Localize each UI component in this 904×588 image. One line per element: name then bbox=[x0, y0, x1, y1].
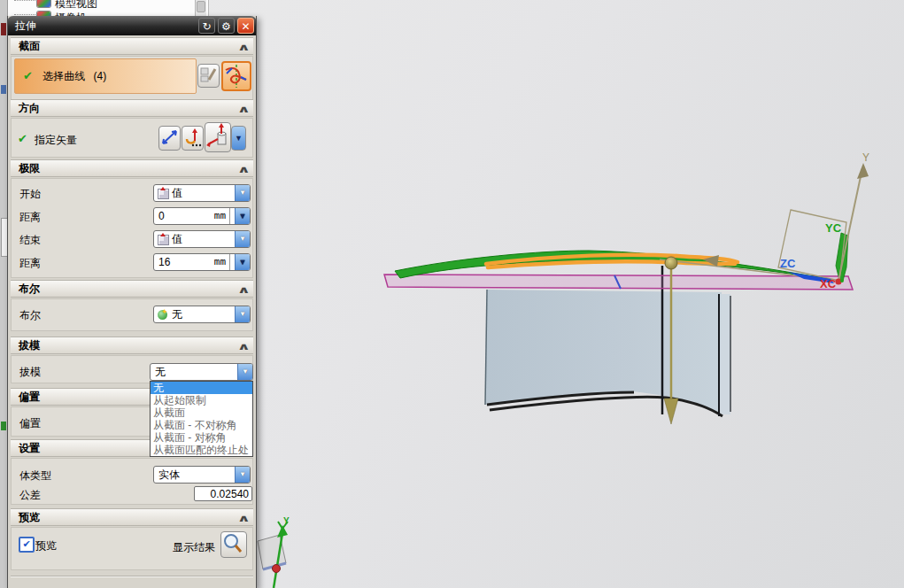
dropdown-option[interactable]: 从截面匹配的终止处 bbox=[151, 444, 252, 456]
collapse-icon[interactable]: ∧ bbox=[237, 510, 251, 526]
curve-button[interactable] bbox=[221, 61, 251, 91]
end-distance-field[interactable]: 16 mm ▼ bbox=[153, 253, 251, 271]
vector-type-button[interactable] bbox=[205, 122, 231, 152]
check-icon: ✔ bbox=[18, 132, 27, 145]
specify-vector-label: 指定矢量 bbox=[35, 133, 77, 148]
dropdown-button[interactable]: ▼ bbox=[235, 306, 250, 322]
preview-checkbox[interactable]: ✔ bbox=[19, 537, 35, 553]
body-type-combo[interactable]: 实体 ▼ bbox=[153, 466, 251, 484]
preview-label: 预览 bbox=[35, 538, 57, 553]
dialog-titlebar[interactable]: 拉伸 ↻ ⚙ ✕ bbox=[7, 16, 257, 35]
select-curve-row[interactable]: ✔ 选择曲线 (4) bbox=[14, 58, 197, 94]
wcs-y-label: Y bbox=[862, 151, 869, 164]
show-result-label: 显示结果 bbox=[173, 540, 215, 555]
dropdown-option[interactable]: 从截面 bbox=[151, 406, 252, 419]
two-point-vector-icon bbox=[159, 127, 180, 148]
tree-connector bbox=[14, 0, 35, 1]
tree-row-camera[interactable]: 摄像机 bbox=[7, 9, 193, 16]
datum-csys[interactable]: Y bbox=[258, 516, 290, 588]
tolerance-label: 公差 bbox=[19, 488, 41, 503]
nx-application-window: Y YC ZC XC Y 模型视图 bbox=[0, 0, 904, 588]
tolerance-field[interactable]: 0.02540 bbox=[194, 486, 252, 501]
vector-dropdown-button[interactable]: ▼ bbox=[231, 126, 246, 151]
inferred-vector-button[interactable] bbox=[182, 126, 204, 151]
model-views-icon bbox=[37, 0, 50, 7]
collapse-icon[interactable]: ∧ bbox=[237, 161, 251, 177]
reset-button[interactable]: ↻ bbox=[198, 18, 215, 34]
inferred-vector-icon bbox=[182, 127, 203, 148]
dropdown-button[interactable]: ▼ bbox=[237, 364, 252, 380]
select-curve-label: 选择曲线 bbox=[42, 70, 85, 82]
collapse-icon[interactable]: ∧ bbox=[237, 282, 251, 298]
close-button[interactable]: ✕ bbox=[237, 18, 254, 34]
cylinder-axis-icon bbox=[205, 123, 230, 150]
section-header-section[interactable]: 截面 ∧ bbox=[11, 37, 253, 55]
wcs-xc-label: XC bbox=[820, 277, 837, 290]
show-result-button[interactable] bbox=[220, 531, 247, 558]
end-type-combo[interactable]: 值 ▼ bbox=[153, 230, 251, 248]
draft-label: 拔模 bbox=[19, 365, 41, 380]
section-header-limits[interactable]: 极限 ∧ bbox=[11, 159, 253, 177]
end-distance-label: 距离 bbox=[19, 256, 41, 271]
draft-combo[interactable]: 无 ▼ bbox=[150, 363, 253, 381]
boolean-label: 布尔 bbox=[19, 308, 41, 323]
reset-icon: ↻ bbox=[202, 20, 211, 33]
body-type-label: 体类型 bbox=[19, 468, 51, 484]
chevron-down-icon: ▼ bbox=[238, 364, 252, 380]
collapse-icon[interactable]: ∧ bbox=[237, 39, 251, 55]
collapse-icon[interactable]: ∧ bbox=[237, 101, 251, 117]
wcs-zc-label: ZC bbox=[780, 257, 796, 270]
part-navigator-strip: 模型视图 摄像机 bbox=[7, 0, 209, 16]
unit-label: mm bbox=[214, 208, 230, 224]
checkbox-check-icon: ✔ bbox=[22, 538, 30, 549]
end-value-icon bbox=[158, 235, 169, 245]
check-icon: ✔ bbox=[23, 69, 33, 82]
section-header-preview[interactable]: 预览 ∧ bbox=[11, 508, 253, 526]
spinner-down-icon: ▼ bbox=[236, 254, 250, 270]
dialog-title: 拉伸 bbox=[15, 16, 36, 35]
draft-dropdown-list: 无 从起始限制 从截面 从截面 - 不对称角 从截面 - 对称角 从截面匹配的终… bbox=[150, 381, 253, 457]
unit-label: mm bbox=[214, 254, 230, 270]
boolean-none-icon bbox=[158, 310, 167, 320]
footer-separator bbox=[11, 576, 253, 577]
dropdown-button[interactable]: ▼ bbox=[235, 231, 250, 247]
start-type-combo[interactable]: 值 ▼ bbox=[153, 184, 251, 202]
gear-icon: ⚙ bbox=[221, 20, 231, 33]
chevron-down-icon: ▼ bbox=[236, 467, 250, 483]
dropdown-button[interactable]: ▼ bbox=[235, 467, 250, 483]
tree-connector bbox=[14, 14, 35, 15]
sketch-section-button[interactable] bbox=[197, 64, 220, 88]
dropdown-button[interactable]: ▼ bbox=[235, 185, 250, 201]
vector-dialog-button[interactable] bbox=[158, 126, 181, 151]
start-value-icon bbox=[158, 189, 169, 199]
wcs-yc-label: YC bbox=[825, 221, 842, 235]
close-icon: ✕ bbox=[241, 20, 250, 33]
spinner-down-icon: ▼ bbox=[236, 208, 250, 224]
sketch-section-icon bbox=[198, 65, 219, 85]
section-header-direction[interactable]: 方向 ∧ bbox=[11, 99, 253, 117]
extrude-dialog: 拉伸 ↻ ⚙ ✕ 截面 ∧ ✔ 选择曲线 (4) bbox=[7, 16, 257, 588]
section-header-draft[interactable]: 拔模 ∧ bbox=[11, 337, 253, 354]
curve-icon bbox=[223, 63, 250, 89]
chevron-down-icon: ▼ bbox=[232, 127, 245, 150]
dropdown-option[interactable]: 从起始限制 bbox=[151, 394, 252, 406]
dropdown-option[interactable]: 无 bbox=[151, 382, 252, 394]
chevron-down-icon: ▼ bbox=[236, 185, 250, 201]
tree-scrollbar[interactable] bbox=[195, 0, 206, 16]
dialog-options-button[interactable]: ⚙ bbox=[218, 18, 235, 34]
spinner-button[interactable]: ▼ bbox=[235, 254, 250, 270]
start-distance-field[interactable]: 0 mm ▼ bbox=[153, 207, 251, 225]
magnifier-icon bbox=[221, 532, 244, 555]
start-label: 开始 bbox=[19, 187, 41, 202]
chevron-down-icon: ▼ bbox=[236, 306, 250, 322]
dropdown-option[interactable]: 从截面 - 对称角 bbox=[151, 431, 252, 444]
boolean-combo[interactable]: 无 ▼ bbox=[153, 306, 251, 323]
collapse-icon[interactable]: ∧ bbox=[237, 338, 251, 354]
spinner-button[interactable]: ▼ bbox=[235, 208, 250, 224]
start-distance-label: 距离 bbox=[19, 210, 41, 225]
dropdown-option[interactable]: 从截面 - 不对称角 bbox=[151, 419, 252, 431]
datum-y-label: Y bbox=[283, 516, 290, 526]
section-header-boolean[interactable]: 布尔 ∧ bbox=[11, 280, 253, 298]
chevron-down-icon: ▼ bbox=[236, 231, 250, 247]
selection-count: (4) bbox=[94, 70, 107, 82]
